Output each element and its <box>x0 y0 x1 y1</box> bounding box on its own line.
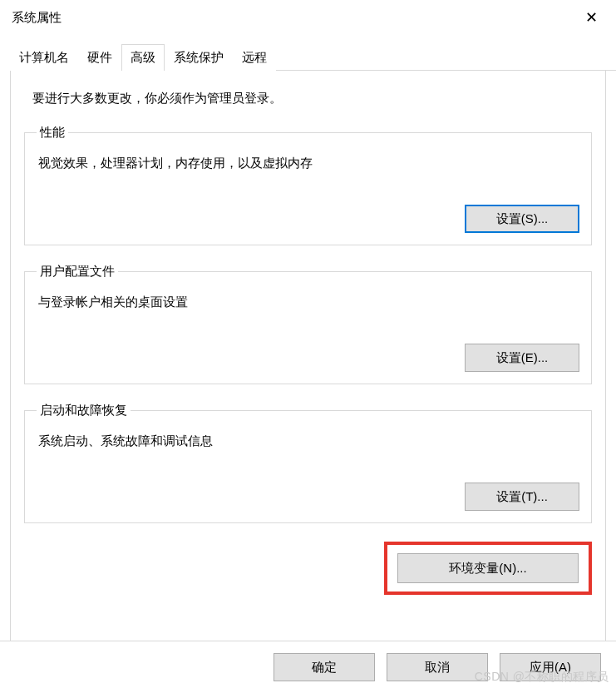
tab-strip: 计算机名 硬件 高级 系统保护 远程 <box>10 43 616 71</box>
performance-settings-button[interactable]: 设置(S)... <box>465 205 579 233</box>
tab-computer-name[interactable]: 计算机名 <box>10 44 78 71</box>
tab-panel-advanced: 要进行大多数更改，你必须作为管理员登录。 性能 视觉效果，处理器计划，内存使用，… <box>10 71 606 649</box>
user-profiles-settings-button[interactable]: 设置(E)... <box>465 344 579 372</box>
close-icon[interactable]: ✕ <box>579 7 604 28</box>
cancel-button[interactable]: 取消 <box>387 653 488 681</box>
environment-variables-button[interactable]: 环境变量(N)... <box>397 553 579 583</box>
highlight-box: 环境变量(N)... <box>384 542 592 595</box>
apply-button[interactable]: 应用(A) <box>500 653 601 681</box>
group-performance-desc: 视觉效果，处理器计划，内存使用，以及虚拟内存 <box>38 156 579 171</box>
dialog-button-row: 确定 取消 应用(A) <box>0 641 616 693</box>
group-user-profiles: 用户配置文件 与登录帐户相关的桌面设置 设置(E)... <box>24 264 592 384</box>
group-startup-recovery: 启动和故障恢复 系统启动、系统故障和调试信息 设置(T)... <box>24 403 592 523</box>
group-startup-recovery-legend: 启动和故障恢复 <box>37 403 131 418</box>
group-performance: 性能 视觉效果，处理器计划，内存使用，以及虚拟内存 设置(S)... <box>24 125 592 245</box>
admin-note: 要进行大多数更改，你必须作为管理员登录。 <box>32 91 592 106</box>
tab-advanced[interactable]: 高级 <box>121 44 165 71</box>
group-startup-recovery-desc: 系统启动、系统故障和调试信息 <box>38 433 579 449</box>
startup-recovery-settings-button[interactable]: 设置(T)... <box>465 483 579 511</box>
tab-system-protection[interactable]: 系统保护 <box>165 44 233 71</box>
environment-variables-row: 环境变量(N)... <box>24 542 592 595</box>
tab-remote[interactable]: 远程 <box>233 44 276 71</box>
group-user-profiles-desc: 与登录帐户相关的桌面设置 <box>38 295 579 310</box>
group-user-profiles-legend: 用户配置文件 <box>37 264 118 280</box>
title-bar: 系统属性 ✕ <box>0 0 616 35</box>
ok-button[interactable]: 确定 <box>274 653 375 681</box>
group-performance-legend: 性能 <box>37 125 68 141</box>
tab-hardware[interactable]: 硬件 <box>78 44 121 71</box>
dialog-title: 系统属性 <box>12 10 62 26</box>
